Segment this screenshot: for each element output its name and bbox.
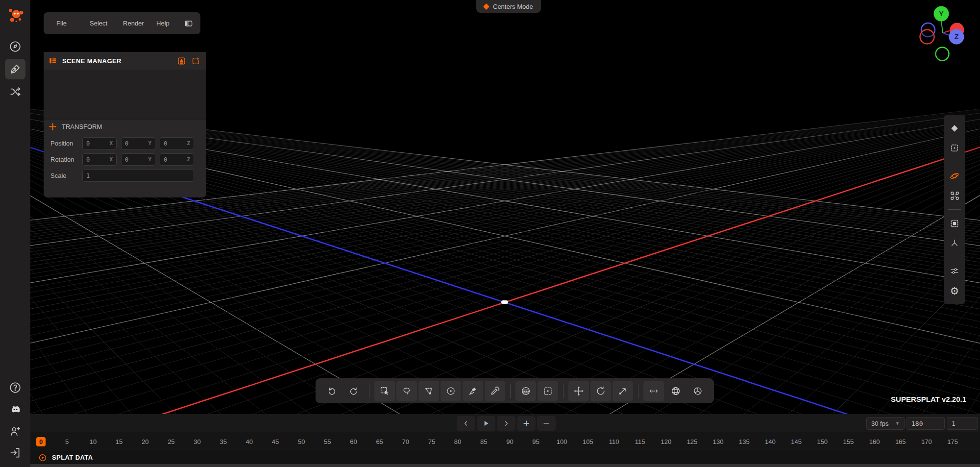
bottom-scrollbar[interactable] (30, 464, 980, 467)
frame-selection-button[interactable] (945, 138, 964, 158)
timeline-tick[interactable]: 135 (731, 437, 757, 446)
timeline-tick[interactable]: 160 (861, 437, 887, 446)
timeline-tick[interactable]: 15 (106, 437, 132, 446)
neg-x-axis-ball[interactable] (920, 30, 934, 44)
rotation-z-field[interactable]: 0Z (160, 153, 194, 166)
timeline-tick[interactable]: 165 (887, 437, 913, 446)
timeline-tick[interactable]: 60 (341, 437, 367, 446)
move-tool-button[interactable] (568, 381, 589, 401)
position-x-field[interactable]: 0X (82, 137, 117, 149)
timeline-tick[interactable]: 175 (939, 437, 965, 446)
timeline-tick[interactable]: 25 (158, 437, 184, 446)
timeline-tick[interactable]: 85 (471, 437, 497, 446)
menu-select[interactable]: Select (90, 20, 123, 27)
timeline-tick[interactable]: 40 (236, 437, 262, 446)
scale-field[interactable]: 1 (82, 170, 194, 182)
camera-origin-button[interactable] (687, 381, 708, 401)
timeline-tick[interactable]: 130 (705, 437, 731, 446)
position-z-field[interactable]: 0Z (160, 137, 194, 149)
fps-select[interactable]: 30 fps▼ (866, 417, 905, 430)
view-options-button[interactable] (945, 261, 964, 281)
rotation-y-field[interactable]: 0Y (121, 153, 155, 166)
lasso-select-button[interactable] (396, 381, 417, 401)
timeline-tick[interactable]: 140 (757, 437, 783, 446)
axis-gizmo[interactable]: Z Y (909, 3, 978, 62)
sign-in-icon[interactable] (9, 446, 22, 459)
scene-manager-title: SCENE MANAGER (62, 57, 122, 65)
rotate-tool-button[interactable] (590, 381, 611, 401)
play-circle-icon[interactable] (38, 453, 47, 462)
timeline-tick[interactable]: 150 (809, 437, 835, 446)
discord-icon[interactable] (9, 403, 22, 416)
crop-box-button[interactable] (945, 214, 964, 233)
timeline-tick[interactable]: 155 (835, 437, 861, 446)
bound-toggle-button[interactable] (643, 381, 664, 401)
next-frame-button[interactable] (497, 416, 515, 431)
timeline-tick[interactable]: 145 (784, 437, 809, 446)
timeline-tick[interactable]: 65 (367, 437, 392, 446)
show-grid-button[interactable] (665, 381, 686, 401)
explore-button[interactable] (5, 36, 25, 57)
splat-data-row[interactable]: SPLAT DATA (30, 451, 980, 464)
timeline-tick[interactable]: 10 (80, 437, 106, 446)
position-y-field[interactable]: 0Y (121, 137, 155, 149)
timeline-tick[interactable]: 50 (289, 437, 315, 446)
paint-select-button[interactable] (463, 381, 483, 401)
undo-button[interactable] (321, 381, 342, 401)
scene-list-empty[interactable] (44, 70, 206, 119)
neg-y-axis-ball[interactable] (936, 48, 949, 61)
picker-select-button[interactable] (485, 381, 505, 401)
timeline-ruler[interactable]: 0510152025303540455055606570758085909510… (30, 432, 980, 451)
play-button[interactable] (477, 416, 495, 431)
total-frames-field[interactable]: 180 (906, 417, 945, 430)
timeline-tick[interactable]: 55 (315, 437, 341, 446)
edit-tool-button[interactable] (5, 59, 25, 79)
tripod-button[interactable] (945, 233, 964, 253)
polygon-select-button[interactable] (418, 381, 439, 401)
timeline-tick[interactable]: 115 (627, 437, 653, 446)
timeline-tick[interactable]: 80 (445, 437, 471, 446)
shuffle-button[interactable] (5, 81, 25, 102)
box-select-button[interactable] (538, 381, 558, 401)
timeline-tick[interactable]: 110 (601, 437, 627, 446)
timeline-tick[interactable]: 70 (392, 437, 418, 446)
menu-render[interactable]: Render (123, 20, 156, 27)
import-icon[interactable] (177, 56, 186, 66)
redo-button[interactable] (343, 381, 364, 401)
toggle-panels-button[interactable] (184, 19, 194, 28)
timeline-tick[interactable]: 0 (30, 437, 54, 446)
timeline-tick[interactable]: 120 (653, 437, 679, 446)
timeline-tick[interactable]: 125 (679, 437, 705, 446)
scale-label: Scale (50, 172, 82, 179)
timeline-tick[interactable]: 5 (54, 437, 80, 446)
supersplat-logo[interactable] (6, 6, 24, 25)
fly-camera-button[interactable] (945, 186, 964, 205)
timeline-tick[interactable]: 170 (913, 437, 939, 446)
timeline-tick[interactable]: 90 (497, 437, 523, 446)
timeline-tick[interactable]: 45 (262, 437, 288, 446)
timeline-tick[interactable]: 30 (184, 437, 210, 446)
rect-select-button[interactable] (374, 381, 395, 401)
timeline-tick[interactable]: 75 (418, 437, 444, 446)
settings-button[interactable]: ⚙ (945, 281, 964, 300)
scale-tool-button[interactable] (612, 381, 633, 401)
timeline-tick[interactable]: 100 (549, 437, 575, 446)
prev-frame-button[interactable] (457, 416, 475, 431)
timeline-tick[interactable]: 35 (210, 437, 236, 446)
rotation-x-field[interactable]: 0X (82, 153, 117, 166)
brush-select-button[interactable] (441, 381, 461, 401)
menu-help[interactable]: Help (156, 20, 183, 27)
centers-mode-button[interactable] (945, 119, 964, 138)
timeline-tick[interactable]: 105 (575, 437, 601, 446)
help-icon[interactable] (9, 381, 22, 394)
speed-field[interactable]: 1 (947, 417, 978, 430)
remove-key-button[interactable] (537, 416, 556, 431)
new-window-icon[interactable] (191, 56, 200, 66)
sphere-select-button[interactable] (515, 381, 536, 401)
orbit-camera-button[interactable] (945, 166, 964, 186)
timeline-tick[interactable]: 20 (132, 437, 158, 446)
add-user-icon[interactable] (9, 425, 22, 438)
timeline-tick[interactable]: 95 (523, 437, 549, 446)
menu-file[interactable]: File (56, 20, 90, 27)
add-key-button[interactable] (517, 416, 536, 431)
